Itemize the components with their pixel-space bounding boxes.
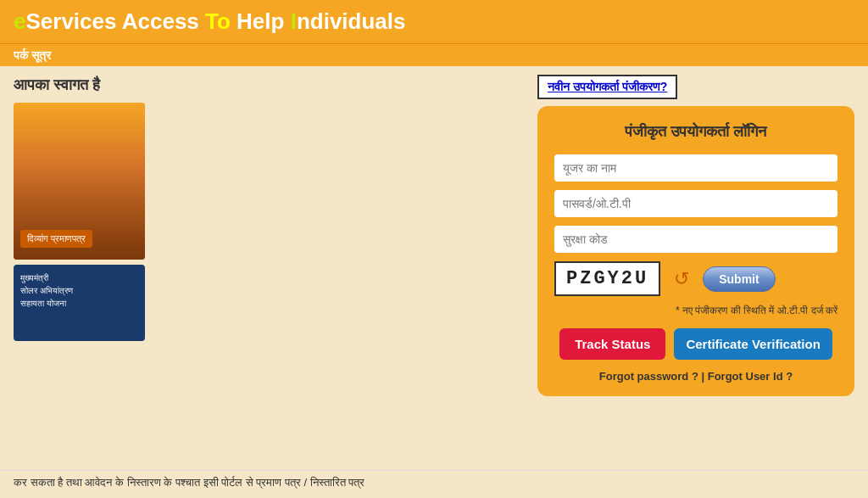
hero-image-top: दिव्यांग प्रमाणपत्र	[14, 103, 145, 260]
action-buttons: Track Status Certificate Verification	[554, 328, 837, 360]
forgot-password-link[interactable]: Forgot password ?	[599, 370, 698, 383]
title-individuals-i: I	[291, 8, 297, 34]
bottom-bar: कर सकता है तथा आवेदन के निस्तारण के पश्च…	[0, 470, 868, 495]
captcha-text: PZGY2U	[566, 268, 648, 289]
otp-note: * नए पंजीकरण की स्थिति में ओ.टी.पी दर्ज …	[554, 305, 837, 316]
captcha-row: PZGY2U ↺ Submit	[554, 261, 837, 296]
register-link-box[interactable]: नवीन उपयोगकर्ता पंजीकरण?	[537, 75, 677, 99]
refresh-captcha-icon[interactable]: ↺	[669, 266, 694, 292]
register-link-label: नवीन उपयोगकर्ता पंजीकरण?	[548, 80, 667, 93]
username-input[interactable]	[554, 154, 837, 182]
security-code-input[interactable]	[554, 226, 837, 253]
submit-button[interactable]: Submit	[703, 266, 775, 292]
hero-image-area: दिव्यांग प्रमाणपत्र मुख्यमंत्री सोलर अभि…	[14, 103, 149, 357]
welcome-text: आपका स्वागत है	[14, 76, 515, 94]
divyang-label: दिव्यांग प्रमाणपत्र	[20, 230, 92, 248]
login-panel: पंजीकृत उपयोगकर्ता लॉगिन PZGY2U ↺ Submit…	[537, 106, 854, 396]
forgot-userid-link[interactable]: Forgot User Id ?	[708, 370, 793, 383]
scheme-text: मुख्यमंत्री सोलर अभियांत्रण सहायता योजना	[20, 271, 138, 310]
login-title: पंजीकृत उपयोगकर्ता लॉगिन	[554, 123, 837, 141]
header: eServices Access To Help Individuals	[0, 0, 868, 43]
title-help: Help	[236, 8, 291, 34]
right-section: नवीन उपयोगकर्ता पंजीकरण? पंजीकृत उपयोगकर…	[529, 66, 868, 495]
left-section: आपका स्वागत है दिव्यांग प्रमाणपत्र मुख्य…	[0, 66, 529, 495]
title-services: Services	[25, 8, 121, 34]
password-input[interactable]	[554, 190, 837, 217]
title-e: e	[14, 8, 25, 34]
sub-header-text: पर्क सूत्र	[14, 48, 51, 62]
title-access: Access	[122, 8, 205, 34]
forgot-links: Forgot password ? | Forgot User Id ?	[554, 370, 837, 383]
scheme-panel: मुख्यमंत्री सोलर अभियांत्रण सहायता योजना	[14, 265, 145, 341]
bottom-text: कर सकता है तथा आवेदन के निस्तारण के पश्च…	[14, 476, 364, 489]
certificate-verification-button[interactable]: Certificate Verification	[674, 328, 832, 360]
site-title: eServices Access To Help Individuals	[14, 8, 405, 35]
separator: |	[698, 370, 708, 383]
track-status-button[interactable]: Track Status	[559, 328, 665, 360]
main-content: आपका स्वागत है दिव्यांग प्रमाणपत्र मुख्य…	[0, 66, 868, 495]
sub-header: पर्क सूत्र	[0, 43, 868, 66]
captcha-image: PZGY2U	[554, 261, 660, 296]
title-ndividuals: ndividuals	[297, 8, 406, 34]
title-to: To	[205, 8, 236, 34]
